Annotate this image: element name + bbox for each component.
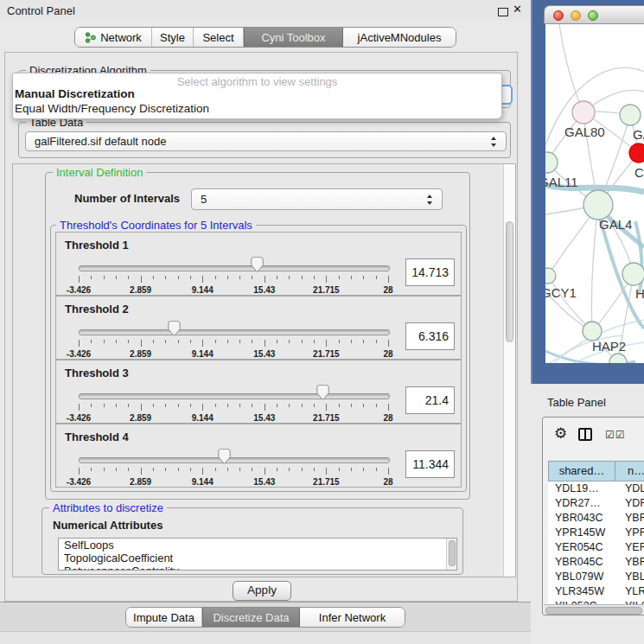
tab-cyni-toolbox[interactable]: Cyni Toolbox — [244, 28, 343, 47]
mac-minimize-button[interactable] — [571, 10, 581, 21]
network-node-gal11[interactable] — [545, 152, 558, 173]
tab-infer-network[interactable]: Infer Network — [300, 608, 405, 627]
screen: Control Panel ✕ NetworkStyleSelectCyni T… — [0, 0, 644, 644]
tick-label: -3.426 — [54, 349, 103, 359]
tick-label: 2.859 — [117, 477, 165, 487]
table-hscrollbar[interactable] — [544, 604, 644, 615]
cyni-toolbox-pane: Discretization Algorithm Select algorith… — [4, 52, 518, 602]
cell-name: YDL1 — [615, 481, 644, 496]
node-label-h-partial: H — [635, 286, 644, 301]
tick-label: 9.144 — [178, 477, 226, 487]
tab-jactivemnodules[interactable]: jActiveMNodules — [343, 28, 456, 47]
gear-icon[interactable]: ⚙ — [554, 424, 567, 442]
tab-label: Discretize Data — [213, 611, 289, 624]
close-icon[interactable]: ✕ — [513, 3, 522, 16]
tab-style[interactable]: Style — [152, 28, 194, 47]
threshold-slider-3[interactable]: -3.4262.8599.14415.4321.71528 — [77, 385, 392, 423]
tab-impute-data[interactable]: Impute Data — [126, 608, 202, 627]
threshold-slider-2[interactable]: -3.4262.8599.14415.4321.71528 — [77, 321, 392, 359]
threshold-row-1: Threshold 1-3.4262.8599.14415.4321.71528… — [55, 232, 462, 296]
attribute-item[interactable]: SelfLoops — [59, 539, 456, 552]
tick-label: 21.715 — [302, 413, 350, 423]
checkbox-icons[interactable]: ☑☑ — [605, 429, 626, 441]
tick-label: 15.43 — [240, 477, 289, 487]
table-row[interactable]: YLR345WYLR3 — [548, 584, 644, 599]
network-node-gal80[interactable] — [572, 101, 595, 124]
threshold-value-field-2[interactable]: 6.316 — [405, 322, 455, 350]
table-data-combo[interactable]: galFiltered.sif default node — [25, 131, 507, 151]
tick-label: 15.43 — [240, 349, 289, 359]
column-header-name[interactable]: n… — [615, 461, 644, 481]
table-row[interactable]: YDL19…YDL1 — [548, 481, 644, 496]
settings-scrollbar-thumb[interactable] — [506, 221, 513, 342]
tab-label: Infer Network — [319, 611, 386, 624]
tick-label: 2.859 — [117, 413, 165, 423]
float-window-icon[interactable] — [498, 8, 508, 16]
tick-label: 21.715 — [302, 477, 350, 487]
node-label-gcy1: GCY1 — [545, 285, 577, 300]
network-node-gal4[interactable] — [583, 190, 613, 220]
network-node-gcy1[interactable] — [545, 268, 556, 284]
threshold-thumb-3[interactable] — [316, 385, 329, 404]
threshold-value-field-1[interactable]: 14.713 — [405, 258, 455, 286]
table-row[interactable]: YBR045CYBR0 — [548, 555, 644, 570]
algorithm-option-1[interactable]: Manual Discretization — [15, 87, 135, 100]
threshold-value-field-4[interactable]: 11.344 — [405, 450, 455, 478]
numerical-attributes-list[interactable]: SelfLoopsTopologicalCoefficientBetweenne… — [58, 538, 457, 571]
tab-label: Network — [100, 31, 142, 44]
network-node-h-partial[interactable] — [622, 263, 644, 285]
attribute-item[interactable]: TopologicalCoefficient — [59, 552, 456, 564]
network-node-hap2[interactable] — [583, 322, 602, 341]
tick-label: 28 — [364, 477, 412, 487]
cell-name: YBR0 — [615, 511, 644, 526]
network-node-bottom-partial[interactable] — [609, 354, 627, 363]
threshold-slider-1[interactable]: -3.4262.8599.14415.4321.71528 — [77, 257, 392, 295]
threshold-value-field-3[interactable]: 21.4 — [405, 386, 455, 414]
settings-scrollbar[interactable] — [503, 164, 515, 577]
threshold-row-3: Threshold 3-3.4262.8599.14415.4321.71528… — [55, 360, 462, 424]
tick-label: 21.715 — [302, 285, 350, 295]
table-row[interactable]: YER054CYER0 — [548, 540, 644, 555]
cell-name: YBR0 — [615, 555, 644, 570]
tab-network[interactable]: Network — [75, 28, 152, 47]
network-node-ga-partial[interactable] — [620, 105, 641, 125]
combo-spinner-icon — [427, 194, 433, 205]
table-row[interactable]: YDR27…YDR2 — [548, 496, 644, 511]
tab-select[interactable]: Select — [194, 28, 244, 47]
algorithm-option-2[interactable]: Equal Width/Frequency Discretization — [15, 102, 209, 115]
threshold-thumb-4[interactable] — [218, 449, 231, 468]
tab-label: Cyni Toolbox — [261, 31, 325, 44]
cell-name: YDR2 — [615, 496, 644, 511]
tick-label: 28 — [364, 285, 412, 295]
table-row[interactable]: YBL079WYBL0 — [548, 570, 644, 584]
network-canvas[interactable]: GAL80GACGAL11GAL4GCY1HHAP2 — [545, 24, 644, 363]
network-edge — [591, 205, 598, 331]
table-row[interactable]: YBR043CYBR0 — [548, 511, 644, 526]
attributes-legend: Attributes to discretize — [49, 501, 167, 514]
number-of-intervals-label: Number of Intervals — [74, 192, 180, 205]
tick-label: 15.43 — [240, 413, 289, 423]
apply-button[interactable]: Apply — [233, 581, 291, 601]
node-label-gal4: GAL4 — [599, 217, 632, 232]
threshold-thumb-2[interactable] — [168, 321, 181, 340]
tab-discretize-data[interactable]: Discretize Data — [202, 608, 300, 627]
attribute-item[interactable]: BetweennessCentrality — [59, 564, 456, 571]
attributes-scrollbar[interactable] — [446, 539, 456, 570]
split-view-icon[interactable] — [578, 428, 592, 441]
mac-zoom-button[interactable] — [588, 10, 598, 21]
mac-close-button[interactable] — [553, 10, 564, 21]
tick-label: 9.144 — [178, 413, 226, 423]
tick-label: -3.426 — [54, 477, 103, 487]
table-panel: ⚙ ☑☑ shared… n… YDL19…YDL1YDR27…YDR2YBR0… — [542, 417, 644, 615]
network-edge — [548, 276, 592, 331]
threshold-thumb-1[interactable] — [251, 257, 264, 276]
threshold-label: Threshold 1 — [65, 239, 129, 252]
network-node-red-node[interactable] — [629, 143, 644, 163]
table-row[interactable]: YPR145WYPR1 — [548, 526, 644, 540]
network-window-titlebar — [544, 5, 644, 24]
table-rows: YDL19…YDL1YDR27…YDR2YBR043CYBR0YPR145WYP… — [548, 481, 644, 614]
column-header-shared[interactable]: shared… — [548, 461, 615, 481]
number-of-intervals-combo[interactable]: 5 — [191, 188, 443, 210]
tick-label: -3.426 — [54, 413, 103, 423]
threshold-slider-4[interactable]: -3.4262.8599.14415.4321.71528 — [77, 449, 392, 487]
